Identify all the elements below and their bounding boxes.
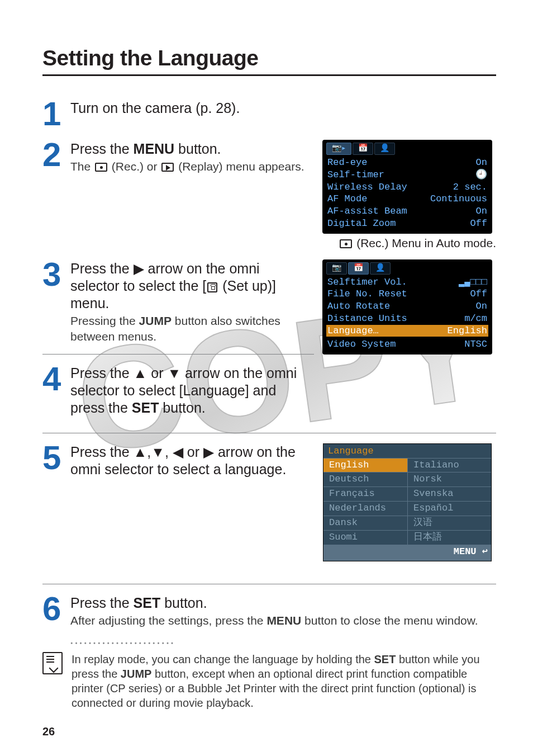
lcd-row-selected: Language…English bbox=[326, 325, 488, 337]
lcd-row: AF ModeContinuous bbox=[326, 193, 488, 205]
step-5-head: Press the ▲,▼, ◀ or ▶ arrow on the omni … bbox=[70, 443, 311, 479]
lcd-row: Self-timer🕘 bbox=[326, 169, 488, 181]
lcd-tab: 📷 bbox=[326, 262, 347, 275]
step-number: 6 bbox=[42, 597, 70, 621]
lcd-row: AF-assist BeamOn bbox=[326, 205, 488, 218]
tip-note: In replay mode, you can change the langu… bbox=[42, 652, 496, 710]
step-number: 3 bbox=[42, 263, 70, 286]
page-number: 26 bbox=[42, 725, 55, 738]
lang-lcd-header: Language bbox=[323, 444, 491, 458]
lcd-tab: 📅 bbox=[348, 262, 369, 275]
page-title: Setting the Language bbox=[42, 46, 496, 76]
lang-lcd-footer: MENU ↩ bbox=[323, 545, 491, 561]
step-1: 1 Turn on the camera (p. 28). bbox=[42, 100, 496, 126]
lang-option: Nederlands bbox=[323, 501, 407, 516]
step-3-head: Press the ▶ arrow on the omni selector t… bbox=[70, 260, 311, 313]
lcd-row: Distance Unitsm/cm bbox=[326, 313, 488, 325]
step-number: 2 bbox=[42, 143, 70, 167]
lang-option: Suomi bbox=[323, 530, 407, 545]
lang-option: Français bbox=[323, 486, 407, 501]
step-number: 1 bbox=[42, 102, 70, 126]
lcd-tab: 📷▸ bbox=[326, 143, 351, 155]
lang-option: 日本語 bbox=[407, 530, 491, 545]
step-5: 5 Press the ▲,▼, ◀ or ▶ arrow on the omn… bbox=[42, 443, 314, 479]
step-2: 2 Press the MENU button. The (Rec.) or (… bbox=[42, 140, 314, 174]
step-2-sub: The (Rec.) or (Replay) menu appears. bbox=[70, 159, 311, 174]
lang-option: Español bbox=[407, 501, 491, 516]
setup-menu-screenshot: 📷 📅 👤 Selftimer Vol.▂▄□□□File No. ResetO… bbox=[323, 260, 492, 355]
lcd-row: Selftimer Vol.▂▄□□□ bbox=[326, 276, 488, 289]
step-3: 3 Press the ▶ arrow on the omni selector… bbox=[42, 260, 314, 344]
lcd-tab: 📅 bbox=[353, 143, 373, 155]
note-icon bbox=[42, 652, 63, 674]
step-number: 5 bbox=[42, 446, 70, 470]
tip-text: In replay mode, you can change the langu… bbox=[72, 652, 496, 710]
step-1-text: Turn on the camera (p. 28). bbox=[70, 100, 493, 117]
step-number: 4 bbox=[42, 367, 70, 391]
step-4-head: Press the ▲ or ▼ arrow on the omni selec… bbox=[70, 365, 311, 417]
lang-option: English bbox=[323, 458, 407, 472]
step-4: 4 Press the ▲ or ▼ arrow on the omni sel… bbox=[42, 365, 314, 417]
divider bbox=[42, 433, 496, 433]
divider bbox=[42, 584, 496, 584]
lang-option: Norsk bbox=[407, 472, 491, 486]
step-6-sub: After adjusting the settings, press the … bbox=[70, 613, 493, 628]
rec-menu-caption: (Rec.) Menu in Auto mode. bbox=[323, 237, 496, 250]
lang-option: Italiano bbox=[407, 458, 491, 472]
lang-option: 汉语 bbox=[407, 516, 491, 530]
play-icon bbox=[161, 163, 174, 172]
lang-option: Svenska bbox=[407, 486, 491, 501]
step-6-head: Press the SET button. bbox=[70, 594, 493, 612]
step-3-sub: Pressing the JUMP button also switches b… bbox=[70, 313, 311, 344]
setup-icon bbox=[207, 282, 217, 292]
lang-option: Dansk bbox=[323, 516, 407, 530]
lcd-row: Digital ZoomOff bbox=[326, 218, 488, 230]
divider bbox=[42, 354, 314, 355]
rec-icon bbox=[95, 163, 107, 172]
rec-menu-screenshot: 📷▸ 📅 👤 Red-eyeOnSelf-timer🕘Wireless Dela… bbox=[323, 140, 492, 233]
step-2-head: Press the MENU button. bbox=[70, 140, 311, 158]
lang-option: Deutsch bbox=[323, 472, 407, 486]
rec-icon bbox=[340, 239, 352, 248]
lcd-tab: 👤 bbox=[374, 143, 395, 155]
lcd-row: Auto RotateOn bbox=[326, 300, 488, 313]
step-6: 6 Press the SET button. After adjusting … bbox=[42, 594, 496, 629]
lcd-row: Wireless Delay2 sec. bbox=[326, 181, 488, 193]
language-menu-screenshot: Language EnglishDeutschFrançaisNederland… bbox=[323, 443, 492, 562]
lcd-row: Video SystemNTSC bbox=[326, 338, 488, 351]
lcd-tab: 👤 bbox=[370, 262, 391, 275]
lcd-row: File No. ResetOff bbox=[326, 288, 488, 300]
lcd-row: Red-eyeOn bbox=[326, 157, 488, 169]
dotted-separator bbox=[70, 636, 496, 646]
